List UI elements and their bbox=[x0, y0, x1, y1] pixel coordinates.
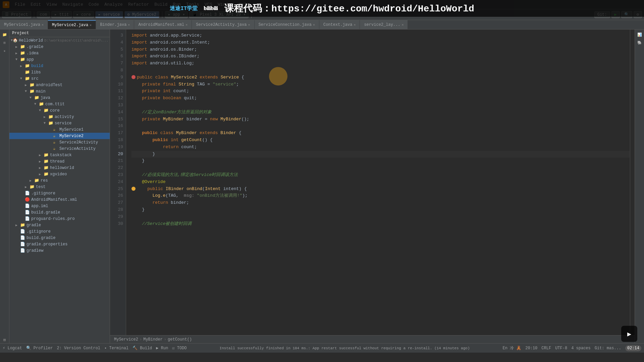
tree-gitignore-root[interactable]: 📄 .gitignore bbox=[9, 228, 110, 235]
tree-idea[interactable]: ▶ 📁 .idea bbox=[9, 50, 110, 56]
tree-service[interactable]: ▼ 📁 service bbox=[9, 120, 110, 126]
tab-myservice1[interactable]: MyService1.java ✕ bbox=[0, 20, 48, 29]
right-icon-explorer[interactable]: 📊 bbox=[636, 31, 643, 38]
menu-refactor[interactable]: Refactor bbox=[125, 1, 152, 8]
tree-taskstack[interactable]: ▶ 📁 taskstack bbox=[9, 152, 110, 158]
tree-myservice2[interactable]: ☕ MyService2 bbox=[9, 133, 110, 139]
tab-myservice2-close[interactable]: ✕ bbox=[90, 23, 92, 27]
panel-icon-structure[interactable]: ⊞ bbox=[1, 39, 8, 46]
tab-androidmanifest-close[interactable]: ✕ bbox=[185, 23, 187, 27]
menu-build[interactable]: Build bbox=[152, 1, 170, 8]
video-play-button[interactable]: ▶ bbox=[621, 326, 637, 342]
status-profiler[interactable]: 🔍 Profiler bbox=[26, 346, 53, 351]
tree-gradle-root[interactable]: ▶ 📁 gradle bbox=[9, 222, 110, 228]
status-versioncontrol[interactable]: 2: Version Control bbox=[57, 346, 100, 351]
tree-java[interactable]: ▼ 📁 java bbox=[9, 95, 110, 101]
tree-xgvideo[interactable]: ▶ 📁 xgvideo bbox=[9, 171, 110, 177]
menu-navigate[interactable]: Navigate bbox=[60, 1, 86, 8]
tree-test[interactable]: ▶ 📁 test bbox=[9, 184, 110, 190]
toolbar-service-btn[interactable]: ▸ service bbox=[95, 11, 123, 18]
right-icon-gradle[interactable]: 🐘 bbox=[636, 39, 643, 46]
toolbar-ttit-btn[interactable]: ▸ ttit bbox=[51, 11, 72, 18]
toolbar-settings-btn[interactable]: ⚙ bbox=[634, 11, 642, 18]
tab-androidmanifest[interactable]: AndroidManifest.xml ✕ bbox=[134, 20, 192, 29]
tree-gradle[interactable]: ▶ 📁 .gradle bbox=[9, 44, 110, 50]
menu-window[interactable]: Window bbox=[215, 1, 236, 8]
status-logcat[interactable]: ⚡ Logcat bbox=[3, 346, 22, 351]
status-run[interactable]: ▶ Run bbox=[156, 346, 168, 351]
tab-myservice2[interactable]: MyService2.java ✕ bbox=[48, 20, 96, 29]
tree-gradlew[interactable]: 📄 gradlew bbox=[9, 247, 110, 254]
tree-helloworld[interactable]: ▼ 🏠 HelloWorld D:\workspace\ttit\android… bbox=[9, 37, 110, 44]
tree-androidtest[interactable]: ▶ 📁 androidTest bbox=[9, 82, 110, 88]
tree-build[interactable]: ▶ 📁 build bbox=[9, 63, 110, 69]
menu-view[interactable]: View bbox=[44, 1, 59, 8]
breadcrumb-getcount[interactable]: getCount() bbox=[168, 337, 192, 342]
tab-service2activity[interactable]: Service2Activity.java ✕ bbox=[192, 20, 254, 29]
menu-analyze[interactable]: Analyze bbox=[102, 1, 125, 8]
toolbar-run-btn[interactable]: ▶ bbox=[611, 11, 620, 18]
tree-thread[interactable]: ▶ 📁 thread bbox=[9, 158, 110, 165]
toolbar-git-btn[interactable]: Git: bbox=[594, 11, 610, 18]
tree-buildgradle-app[interactable]: 📄 build.gradle bbox=[9, 209, 110, 216]
toolbar-core-btn[interactable]: ▸ core bbox=[73, 11, 94, 18]
tree-serviceactivity[interactable]: ☕ ServiceActivity bbox=[9, 145, 110, 152]
status-build[interactable]: 🔨 Build bbox=[132, 346, 152, 351]
panel-icon-project[interactable]: 📁 bbox=[1, 31, 8, 38]
panel-icon-favorites[interactable]: ★ bbox=[1, 47, 8, 54]
menu-help[interactable]: Help bbox=[236, 1, 252, 8]
panel-icon-layout[interactable]: ▤ bbox=[1, 336, 8, 343]
tree-res[interactable]: ▶ 📁 res bbox=[9, 177, 110, 184]
menu-vcs[interactable]: VCS bbox=[202, 1, 215, 8]
tab-binder[interactable]: Binder.java ✕ bbox=[96, 20, 134, 29]
menu-file[interactable]: File bbox=[12, 1, 28, 8]
tree-comttit[interactable]: ▼ 📁 com.ttit bbox=[9, 101, 110, 107]
status-lang[interactable]: En 冷 🧸 bbox=[503, 345, 522, 351]
tree-app[interactable]: ▼ 📁 app bbox=[9, 56, 110, 63]
toolbar-myservice2-btn[interactable]: ⚙ MyService2 bbox=[124, 11, 159, 18]
tab-service2layout-close[interactable]: ✕ bbox=[401, 23, 404, 27]
menu-code[interactable]: Code bbox=[86, 1, 102, 8]
tree-androidmanifest-file[interactable]: 🔴 AndroidManifest.xml bbox=[9, 196, 110, 203]
tab-myservice1-close[interactable]: ✕ bbox=[42, 23, 44, 27]
tree-core[interactable]: ▼ 📁 core bbox=[9, 107, 110, 114]
tab-context-close[interactable]: ✕ bbox=[354, 23, 356, 27]
menu-edit[interactable]: Edit bbox=[28, 1, 44, 8]
tree-helloworld-sub[interactable]: ▶ 📁 helloworld bbox=[9, 165, 110, 171]
tree-app-iml[interactable]: 📄 app.iml bbox=[9, 203, 110, 209]
toolbar-device-btn[interactable]: 📱 Pixel 3 XL API 29 ▾ bbox=[189, 11, 249, 18]
status-indent[interactable]: 4 spaces bbox=[571, 346, 591, 351]
menu-tools[interactable]: Tools bbox=[183, 1, 202, 8]
tree-buildgradle-root[interactable]: 📄 build.gradle bbox=[9, 235, 110, 241]
tree-proguard[interactable]: 📄 proguard-rules.pro bbox=[9, 216, 110, 222]
tree-main[interactable]: ▼ 📁 main bbox=[9, 88, 110, 95]
tree-libs[interactable]: 📁 libs bbox=[9, 69, 110, 75]
toolbar-search-btn[interactable]: 🔍 bbox=[621, 11, 632, 18]
tab-serviceconnection[interactable]: ServiceConnection.java ✕ bbox=[255, 20, 319, 29]
toolbar-com-btn[interactable]: com bbox=[37, 11, 50, 18]
status-terminal[interactable]: ▪ Terminal bbox=[104, 346, 128, 351]
tree-src[interactable]: ▼ 📁 src bbox=[9, 75, 110, 82]
breakpoint-icon[interactable] bbox=[131, 75, 137, 80]
tab-service2layout[interactable]: service2_lay... ✕ bbox=[360, 20, 408, 29]
status-lineending[interactable]: CRLF bbox=[541, 346, 551, 351]
status-encoding[interactable]: UTF-8 bbox=[555, 346, 567, 351]
tab-binder-close[interactable]: ✕ bbox=[128, 23, 130, 27]
tree-service2activity[interactable]: ☕ Service2Activity bbox=[9, 139, 110, 145]
tree-myservice1[interactable]: ☕ MyService1 bbox=[9, 126, 110, 133]
tree-gitignore[interactable]: 📄 .gitignore bbox=[9, 190, 110, 196]
tab-service2activity-close[interactable]: ✕ bbox=[248, 23, 250, 27]
toolbar-project-btn[interactable]: ☰ Project bbox=[2, 11, 31, 18]
tree-gradleprops[interactable]: 📄 gradle.properties bbox=[9, 241, 110, 247]
menu-run[interactable]: Run bbox=[170, 1, 183, 8]
breadcrumb-myservice2[interactable]: MyService2 bbox=[114, 337, 138, 342]
code-editor[interactable]: import android.app.Service;import androi… bbox=[126, 29, 630, 335]
tab-serviceconnection-close[interactable]: ✕ bbox=[313, 23, 315, 27]
breadcrumb-mybinder[interactable]: MyBinder bbox=[143, 337, 163, 342]
tree-activity[interactable]: ▶ 📁 activity bbox=[9, 114, 110, 120]
status-position[interactable]: 20:10 bbox=[525, 346, 537, 351]
status-todo[interactable]: ☑ TODO bbox=[172, 346, 186, 351]
toolbar-app-btn[interactable]: ▸ app ▾ bbox=[165, 11, 188, 18]
tab-context[interactable]: Context.java ✕ bbox=[319, 20, 360, 29]
status-git[interactable]: Git: mas... bbox=[595, 346, 621, 351]
